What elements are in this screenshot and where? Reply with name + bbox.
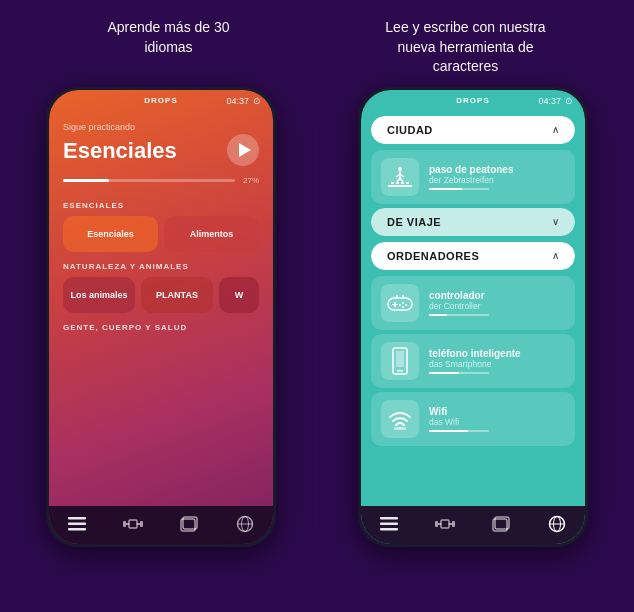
- nav-globe-icon[interactable]: [231, 514, 259, 534]
- category-naturaleza: NATURALEZA Y ANIMALES Los animales PLANT…: [63, 262, 259, 313]
- wifi-text: Wifi das Wifi: [429, 406, 489, 432]
- svg-rect-2: [68, 528, 86, 531]
- play-button[interactable]: [227, 134, 259, 166]
- controlador-main: controlador: [429, 290, 489, 301]
- phone1-bottom-nav: [49, 506, 273, 544]
- phone1-app-name: DROPS: [144, 96, 177, 105]
- phone2-battery-icon: ⊙: [565, 96, 573, 106]
- play-icon: [239, 143, 251, 157]
- phone1-battery-icon: ⊙: [253, 96, 261, 106]
- list-item-controlador[interactable]: controlador der Controller: [371, 276, 575, 330]
- accordion-viaje-title: DE VIAJE: [387, 216, 441, 228]
- wifi-icon: [381, 400, 419, 438]
- telefono-icon: [381, 342, 419, 380]
- card-animales[interactable]: Los animales: [63, 277, 135, 313]
- chevron-up-ciudad: ∧: [552, 124, 559, 135]
- svg-rect-13: [388, 185, 412, 187]
- cat-label-2: NATURALEZA Y ANIMALES: [63, 262, 259, 271]
- controlador-sub: der Controller: [429, 301, 489, 311]
- phone1-content: Sigue practicando Esenciales 27% ESENCIA…: [49, 90, 273, 348]
- svg-rect-44: [449, 523, 452, 525]
- category-gente: GENTE, CUERPO Y SALUD: [63, 323, 259, 332]
- progress-percentage: 27%: [243, 176, 259, 185]
- svg-rect-1: [68, 522, 86, 525]
- svg-rect-37: [394, 427, 406, 430]
- right-header-text: Lee y escribe con nuestra nueva herramie…: [317, 18, 614, 77]
- left-header-text: Aprende más de 30 idiomas: [20, 18, 317, 77]
- svg-rect-5: [129, 520, 137, 528]
- peatones-main: paso de peatones: [429, 164, 513, 175]
- phone2-bottom-nav: [361, 506, 585, 544]
- peatones-progress: [429, 188, 489, 190]
- wifi-progress: [429, 430, 489, 432]
- phone-1: DROPS 04:37 ⊙ Sigue practicando Esencial…: [46, 87, 276, 547]
- nav-cards-icon[interactable]: [175, 514, 203, 534]
- svg-rect-43: [441, 520, 449, 528]
- controlador-text: controlador der Controller: [429, 290, 489, 316]
- top-section: Aprende más de 30 idiomas Lee y escribe …: [0, 0, 634, 87]
- peatones-sub: der Zebrastreifen: [429, 175, 513, 185]
- cards-row-1: Esenciales Alimentos: [63, 216, 259, 252]
- peatones-text: paso de peatones der Zebrastreifen: [429, 164, 513, 190]
- accordion-ciudad: CIUDAD ∧: [371, 116, 575, 144]
- telefono-sub: das Smartphone: [429, 359, 521, 369]
- controlador-icon: [381, 284, 419, 322]
- svg-rect-35: [396, 351, 404, 367]
- list-item-telefono[interactable]: teléfono inteligente das Smartphone: [371, 334, 575, 388]
- svg-point-28: [405, 304, 407, 306]
- svg-rect-26: [392, 304, 398, 305]
- phone1-status-bar: DROPS 04:37 ⊙: [49, 90, 273, 108]
- nav-dumbbell-icon[interactable]: [119, 514, 147, 534]
- phone1-time: 04:37: [226, 96, 249, 106]
- nav2-globe-icon[interactable]: [543, 514, 571, 534]
- phone2-content: CIUDAD ∧: [361, 90, 585, 446]
- progress-row: 27%: [63, 176, 259, 185]
- phone2-time: 04:37: [538, 96, 561, 106]
- card-esenciales[interactable]: Esenciales: [63, 216, 158, 252]
- svg-line-23: [400, 178, 403, 182]
- nav2-dumbbell-icon[interactable]: [431, 514, 459, 534]
- wifi-sub: das Wifi: [429, 417, 489, 427]
- progress-bar: [63, 179, 235, 182]
- chevron-down-viaje: ∨: [552, 216, 559, 227]
- chevron-up-ordenadores: ∧: [552, 250, 559, 261]
- phone2-status-bar: DROPS 04:37 ⊙: [361, 90, 585, 108]
- cat-label-3: GENTE, CUERPO Y SALUD: [63, 323, 259, 332]
- svg-rect-45: [452, 521, 455, 527]
- cards-row-2: Los animales PLANTAS W: [63, 277, 259, 313]
- nav2-list-icon[interactable]: [375, 514, 403, 534]
- svg-rect-39: [380, 522, 398, 525]
- phone-2: DROPS 04:37 ⊙ CIUDAD ∧: [358, 87, 588, 547]
- accordion-de-viaje: DE VIAJE ∨: [371, 208, 575, 236]
- telefono-text: teléfono inteligente das Smartphone: [429, 348, 521, 374]
- telefono-progress: [429, 372, 489, 374]
- svg-rect-40: [380, 528, 398, 531]
- svg-rect-0: [68, 517, 86, 520]
- nav-list-icon[interactable]: [63, 514, 91, 534]
- continues-label: Sigue practicando: [63, 122, 259, 132]
- card-plantas[interactable]: PLANTAS: [141, 277, 213, 313]
- peatones-icon: [381, 158, 419, 196]
- svg-point-27: [402, 302, 404, 304]
- list-item-peatones[interactable]: paso de peatones der Zebrastreifen: [371, 150, 575, 204]
- phones-container: DROPS 04:37 ⊙ Sigue practicando Esencial…: [0, 87, 634, 547]
- accordion-ordenadores-header[interactable]: ORDENADORES ∧: [371, 242, 575, 270]
- category-esenciales: ESENCIALES Esenciales Alimentos: [63, 201, 259, 252]
- svg-rect-17: [406, 182, 409, 184]
- phone2-app-name: DROPS: [456, 96, 489, 105]
- accordion-ordenadores: ORDENADORES ∧: [371, 242, 575, 270]
- svg-rect-6: [137, 523, 140, 525]
- accordion-viaje-header[interactable]: DE VIAJE ∨: [371, 208, 575, 236]
- svg-rect-3: [123, 521, 126, 527]
- card-partial[interactable]: W: [219, 277, 259, 313]
- telefono-main: teléfono inteligente: [429, 348, 521, 359]
- svg-point-18: [398, 167, 402, 171]
- nav2-cards-icon[interactable]: [487, 514, 515, 534]
- accordion-ordenadores-title: ORDENADORES: [387, 250, 479, 262]
- list-item-wifi[interactable]: Wifi das Wifi: [371, 392, 575, 446]
- accordion-ciudad-header[interactable]: CIUDAD ∧: [371, 116, 575, 144]
- accordion-ciudad-title: CIUDAD: [387, 124, 433, 136]
- card-alimentos[interactable]: Alimentos: [164, 216, 259, 252]
- main-title: Esenciales: [63, 138, 177, 164]
- svg-point-29: [402, 306, 404, 308]
